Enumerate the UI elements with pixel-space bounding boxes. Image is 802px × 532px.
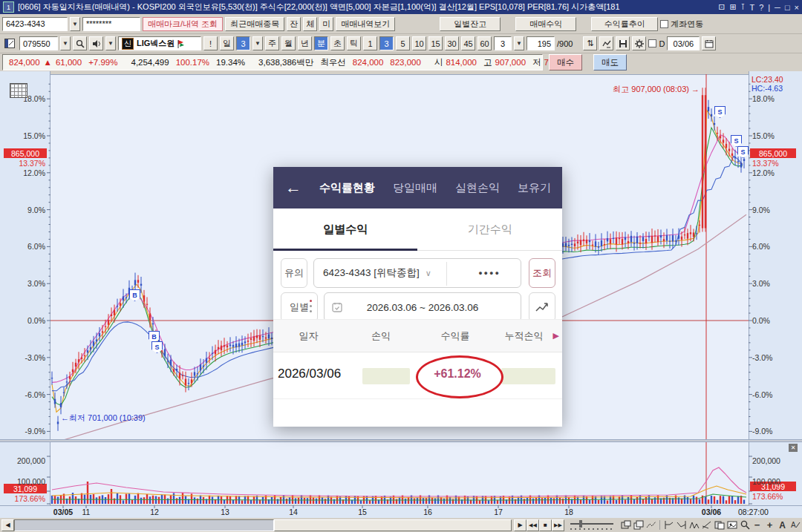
calendar-icon[interactable] bbox=[702, 36, 716, 50]
balance-button[interactable]: 잔 bbox=[287, 17, 301, 31]
maximize-button[interactable]: □ bbox=[785, 3, 790, 12]
password-field[interactable]: ******** bbox=[82, 17, 140, 31]
minute-30-button[interactable]: 30 bbox=[445, 36, 459, 50]
account-link-checkbox[interactable] bbox=[660, 20, 668, 28]
text-tool-icon[interactable]: T bbox=[749, 3, 754, 12]
cascade-windows-icon[interactable] bbox=[632, 519, 645, 531]
tab-profit-rate[interactable]: 수익률현황 bbox=[319, 181, 375, 195]
recent-trades-button[interactable]: 최근매매종목 bbox=[225, 17, 284, 31]
minute-1-button[interactable]: 1 bbox=[363, 36, 377, 50]
alert-button[interactable]: ! bbox=[203, 36, 218, 50]
period-month-button[interactable]: 월 bbox=[281, 36, 296, 50]
day-count-value[interactable]: 3 bbox=[236, 36, 250, 50]
chart-view-button[interactable] bbox=[529, 292, 555, 322]
minute-60-button[interactable]: 60 bbox=[477, 36, 492, 50]
trendline-icon[interactable] bbox=[599, 36, 613, 50]
save-icon[interactable] bbox=[616, 36, 630, 50]
titlebar-separator: | bbox=[768, 3, 770, 12]
best-ask: 823,000 bbox=[390, 58, 421, 67]
table-data-row[interactable]: 2026/03/06 +61.12% bbox=[273, 352, 562, 399]
stock-code-field[interactable]: 079550 bbox=[19, 36, 58, 50]
rewind-button[interactable]: ◀◀ bbox=[526, 519, 539, 531]
minute-15-button[interactable]: 15 bbox=[428, 36, 443, 50]
search-icon[interactable] bbox=[73, 36, 87, 50]
pin-icon[interactable]: ⊺ bbox=[741, 2, 746, 12]
subtab-daily-profit[interactable]: 일별수익 bbox=[273, 208, 418, 250]
link-chart-icon[interactable] bbox=[645, 519, 657, 531]
float-window-icon[interactable]: ⊡ bbox=[718, 2, 725, 12]
scroll-left-button[interactable]: ◀ bbox=[1, 519, 14, 531]
account-link-label: 계좌연동 bbox=[671, 19, 703, 30]
peaks-tool-icon[interactable] bbox=[688, 519, 700, 531]
zoom-icon[interactable] bbox=[738, 519, 751, 531]
tab-realized-pl[interactable]: 실현손익 bbox=[455, 181, 500, 195]
filled-button[interactable]: 체 bbox=[303, 17, 317, 31]
scrollbar-track[interactable] bbox=[14, 519, 274, 531]
account-combo[interactable]: 6423-4343 bbox=[2, 17, 68, 31]
volume-chart-area[interactable] bbox=[50, 442, 749, 505]
down-trend-tool-icon[interactable] bbox=[675, 519, 688, 531]
back-arrow-icon[interactable]: ← bbox=[285, 178, 301, 197]
buy-button[interactable]: 매수 bbox=[549, 54, 582, 70]
scrollbar-thumb[interactable] bbox=[274, 519, 512, 531]
open-label: 시 bbox=[434, 57, 443, 68]
trade-mark-query-button[interactable]: 매매마크/내역 조회 bbox=[143, 17, 223, 31]
help-icon[interactable]: ? bbox=[759, 3, 763, 12]
interval-combo-arrow[interactable]: ▼ bbox=[514, 36, 524, 50]
trade-profit-button[interactable]: 매매수익 bbox=[515, 17, 576, 31]
tab-today-trades[interactable]: 당일매매 bbox=[393, 181, 437, 195]
new-window-icon[interactable] bbox=[619, 519, 632, 531]
period-year-button[interactable]: 년 bbox=[298, 36, 312, 50]
unfilled-button[interactable]: 미 bbox=[319, 17, 333, 31]
header-arrow-icon[interactable]: ▶ bbox=[553, 331, 559, 341]
account-combo-arrow[interactable]: ▼ bbox=[70, 17, 80, 31]
play-button[interactable]: ▶ bbox=[514, 519, 526, 531]
stop-button[interactable]: ■ bbox=[539, 519, 552, 531]
font-tool-icon[interactable]: A bbox=[789, 519, 801, 531]
period-week-button[interactable]: 주 bbox=[265, 36, 279, 50]
trade-history-button[interactable]: 매매내역보기 bbox=[336, 17, 395, 31]
cascade-icon[interactable]: ⊞ bbox=[729, 2, 736, 12]
speaker-icon[interactable] bbox=[89, 36, 103, 50]
left-scale-tool-icon[interactable] bbox=[662, 519, 675, 531]
minute-5-button[interactable]: 5 bbox=[396, 36, 410, 50]
image-export-icon[interactable] bbox=[726, 519, 738, 531]
day-count-arrow[interactable]: ▼ bbox=[252, 36, 263, 50]
speed-slider[interactable] bbox=[570, 520, 613, 531]
yield-trend-button[interactable]: 수익률추이 bbox=[591, 17, 658, 31]
zoom-out-icon[interactable]: − bbox=[751, 519, 763, 531]
period-tick-button[interactable]: 틱 bbox=[347, 36, 361, 50]
fast-forward-button[interactable]: ▶▶ bbox=[552, 519, 564, 531]
period-day-button[interactable]: 일 bbox=[220, 36, 234, 50]
query-button[interactable]: 조회 bbox=[529, 258, 555, 288]
minimize-button[interactable]: ─ bbox=[775, 3, 780, 12]
copy-chart-icon[interactable] bbox=[713, 519, 726, 531]
daily-balance-button[interactable]: 일별잔고 bbox=[440, 17, 501, 31]
close-button[interactable]: × bbox=[795, 3, 799, 12]
text-label-icon[interactable]: A bbox=[776, 519, 789, 531]
speaker-arrow[interactable]: ▼ bbox=[105, 36, 116, 50]
daily-mode-button[interactable]: 일별 bbox=[281, 292, 318, 322]
period-second-button[interactable]: 초 bbox=[330, 36, 345, 50]
period-minute-button[interactable]: 분 bbox=[314, 36, 328, 50]
minute-3-button[interactable]: 3 bbox=[379, 36, 394, 50]
zoom-in-icon[interactable]: + bbox=[763, 519, 776, 531]
stock-code-arrow[interactable]: ▼ bbox=[60, 36, 71, 50]
interval-combo[interactable]: 3 bbox=[494, 36, 512, 50]
account-select[interactable]: 6423-4343 [위탁종합] ∨ ●●●● bbox=[313, 258, 521, 288]
chart-date-field[interactable]: 03/06 bbox=[667, 36, 700, 50]
date-range-field[interactable]: 2026.03.06 ~ 2026.03.06 bbox=[324, 292, 521, 322]
minute-10-button[interactable]: 10 bbox=[412, 36, 426, 50]
sell-button[interactable]: 매도 bbox=[593, 54, 627, 70]
bar-count-field[interactable]: 195 bbox=[526, 36, 555, 50]
d-checkbox[interactable] bbox=[648, 39, 656, 47]
chart-window-icon[interactable] bbox=[2, 36, 17, 50]
pane-splitter[interactable] bbox=[0, 439, 802, 442]
settings-gear-icon[interactable] bbox=[632, 36, 646, 50]
lines-tool-icon[interactable] bbox=[700, 519, 713, 531]
warning-button[interactable]: 유의 bbox=[281, 258, 307, 288]
subtab-period-profit[interactable]: 기간수익 bbox=[418, 208, 563, 250]
minute-45-button[interactable]: 45 bbox=[461, 36, 475, 50]
compare-arrows-icon[interactable]: ⇅ bbox=[583, 36, 597, 50]
tab-holding-period[interactable]: 보유기 bbox=[518, 181, 551, 195]
